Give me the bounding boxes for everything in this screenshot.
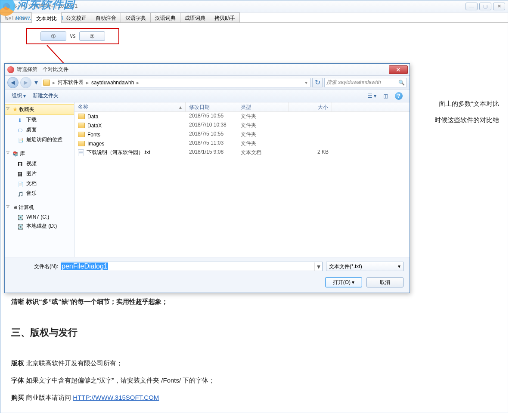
filename-label: 文件名(N): (11, 263, 58, 270)
sidebar-libraries-head[interactable]: 库 (5, 149, 74, 159)
sidebar-item-videos[interactable]: 视频 (5, 159, 74, 169)
sidebar-computer-head[interactable]: 计算机 (5, 203, 74, 213)
compare-controls: ① VS ② (26, 28, 119, 44)
open-file-dialog: 请选择第一个对比文件 ✕ ◄ ► ▾ ▸ 河东软件园 ▸ saytduwahnd… (4, 63, 410, 293)
partial-text-2: 时候这些软件的对比结 (435, 112, 499, 128)
filename-input[interactable]: penFileDialog1 ▾ (61, 262, 323, 271)
tab-word-dict[interactable]: 汉语词典 (150, 12, 180, 22)
dialog-icon (7, 66, 14, 73)
new-folder-button[interactable]: 新建文件夹 (29, 91, 62, 101)
sidebar-item-downloads[interactable]: 下载 (5, 115, 74, 125)
col-type[interactable]: 类型 (237, 102, 289, 111)
view-options-button[interactable]: ☰▾ (364, 92, 380, 100)
dialog-close-button[interactable]: ✕ (389, 65, 408, 74)
tab-hanzi-dict[interactable]: 汉语字典 (121, 12, 151, 22)
feature-line: 清晰 标识“多”或“缺”的每一个细节；实用性超乎想象； (11, 298, 168, 305)
organize-button[interactable]: 组织▾ (8, 91, 29, 101)
breadcrumb-bar[interactable]: ▸ 河东软件园 ▸ saytduwahndawhh ▸ ▾ (41, 78, 310, 87)
compare-file-2-button[interactable]: ② (79, 31, 105, 41)
partial-text-1: 面上的多数“文本对比 (439, 96, 499, 111)
tab-text-compare[interactable]: 文本对比 (31, 13, 62, 23)
file-header: 名称▴ 修改日期 类型 大小 (74, 102, 410, 112)
sidebar-item-drive-d[interactable]: 本地磁盘 (D:) (5, 221, 74, 231)
dialog-sidebar: 收藏夹 下载 桌面 最近访问的位置 库 视频 图片 文档 音乐 计算机 WIN7… (5, 102, 74, 257)
folder-icon (78, 132, 85, 137)
tab-idiom-dict[interactable]: 成语词典 (180, 12, 210, 22)
sidebar-item-drive-c[interactable]: WIN7 (C:) (5, 213, 74, 221)
sidebar-item-pictures[interactable]: 图片 (5, 169, 74, 179)
file-row[interactable]: Fonts2018/7/5 10:55文件夹 (74, 130, 410, 139)
cancel-button[interactable]: 取消 (366, 277, 403, 287)
folder-icon (78, 114, 85, 119)
file-row[interactable]: Data2018/7/5 10:55文件夹 (74, 112, 410, 121)
app-icon (3, 3, 10, 10)
sidebar-item-recent[interactable]: 最近访问的位置 (5, 135, 74, 145)
compare-file-1-button[interactable]: ① (40, 31, 66, 41)
close-button[interactable]: ✕ (493, 3, 505, 10)
nav-back-button[interactable]: ◄ (7, 77, 19, 88)
preview-pane-button[interactable]: ◫ (380, 92, 391, 100)
search-input[interactable]: 搜索 saytduwahndawhh 🔍 (324, 78, 407, 87)
file-row[interactable]: Images2018/7/5 11:03文件夹 (74, 139, 410, 148)
crumb-1[interactable]: 河东软件园 (56, 79, 85, 86)
dialog-titlebar: 请选择第一个对比文件 ✕ (5, 64, 410, 76)
col-size[interactable]: 大小 (289, 102, 332, 111)
file-list: Data2018/7/5 10:55文件夹DataX2018/7/10 10:3… (74, 112, 410, 257)
dialog-navbar: ◄ ► ▾ ▸ 河东软件园 ▸ saytduwahndawhh ▸ ▾ ↻ 搜索… (5, 76, 410, 90)
section-heading: 三、版权与发行 (11, 321, 499, 344)
app-titlebar: 多可公文规范软件 | 2018 C1 — ▢ ✕ (0, 0, 508, 12)
file-pane: 名称▴ 修改日期 类型 大小 Data2018/7/5 10:55文件夹Data… (74, 102, 410, 257)
textfile-icon (78, 149, 84, 156)
app-title: 多可公文规范软件 | 2018 C1 (12, 3, 466, 10)
vs-label: VS (70, 34, 75, 39)
sidebar-item-documents[interactable]: 文档 (5, 179, 74, 188)
col-name[interactable]: 名称▴ (74, 102, 186, 111)
file-row[interactable]: 下载说明（河东软件园）.txt2018/1/15 9:08文本文档2 KB (74, 148, 410, 157)
dialog-toolbar: 组织▾ 新建文件夹 ☰▾ ◫ ? (5, 90, 410, 102)
tab-auto-pinyin[interactable]: 自动注音 (91, 12, 121, 22)
file-filter-select[interactable]: 文本文件(*.txt)▾ (326, 262, 403, 271)
col-date[interactable]: 修改日期 (186, 102, 237, 111)
nav-forward-button[interactable]: ► (20, 77, 31, 88)
buy-link[interactable]: HTTP://WWW.315SOFT.COM (73, 394, 159, 401)
sidebar-item-desktop[interactable]: 桌面 (5, 125, 74, 135)
tab-doc-correct[interactable]: 公文校正 (61, 12, 91, 22)
sidebar-item-music[interactable]: 音乐 (5, 188, 74, 198)
dialog-title: 请选择第一个对比文件 (17, 66, 389, 73)
tab-copy-helper[interactable]: 拷贝助手 (210, 12, 240, 22)
nav-history-dropdown[interactable]: ▾ (33, 78, 39, 87)
tab-welcome[interactable]: Welcome (0, 12, 32, 22)
folder-icon (78, 141, 85, 146)
help-button[interactable]: ? (391, 91, 406, 101)
sidebar-favorites-head[interactable]: 收藏夹 (5, 104, 74, 115)
open-button[interactable]: 打开(O) ▾ (325, 277, 362, 287)
file-row[interactable]: DataX2018/7/10 10:38文件夹 (74, 121, 410, 130)
refresh-button[interactable]: ↻ (312, 78, 323, 87)
folder-icon (43, 80, 50, 86)
search-icon: 🔍 (398, 80, 405, 86)
minimize-button[interactable]: — (466, 3, 478, 10)
crumb-2[interactable]: saytduwahndawhh (90, 80, 136, 86)
maximize-button[interactable]: ▢ (479, 3, 491, 10)
folder-icon (78, 123, 85, 128)
dialog-footer: 文件名(N): penFileDialog1 ▾ 文本文件(*.txt)▾ 打开… (5, 257, 410, 293)
crumb-dropdown[interactable]: ▾ (303, 80, 309, 86)
filename-dropdown[interactable]: ▾ (314, 262, 322, 271)
tab-bar: Welcome 文本对比 公文校正 自动注音 汉语字典 汉语词典 成语词典 拷贝… (0, 12, 508, 23)
